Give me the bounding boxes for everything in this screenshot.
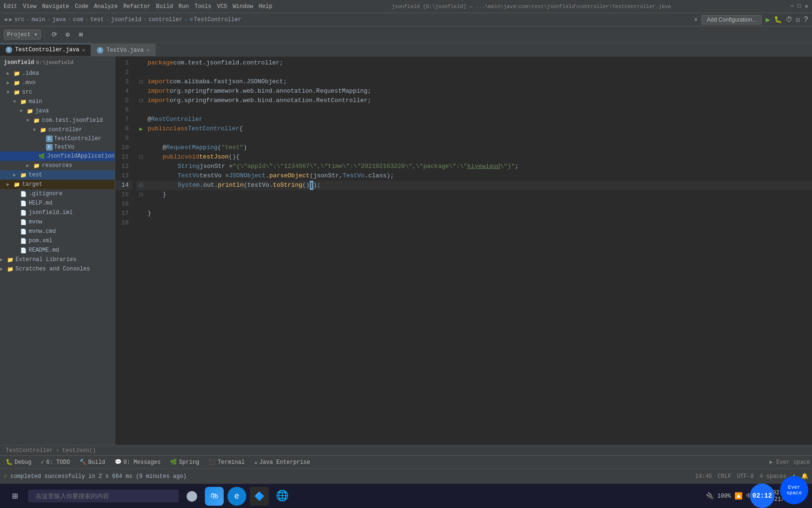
messages-tool-btn[interactable]: 💬 0: Messages [111,457,164,467]
sidebar-item-java[interactable]: ▼ 📁 java [0,106,115,116]
breadcrumb-item-jsonfield[interactable]: jsonfield [111,16,141,23]
menu-view[interactable]: View [23,3,37,10]
tab-testcontroller-close[interactable]: ✕ [82,47,86,53]
debug-icon: 🐛 [6,459,13,466]
menu-tools[interactable]: Tools [195,3,211,10]
add-configuration-button[interactable]: Add Configuration... [702,15,762,24]
breadcrumb-testcontroller[interactable]: TestController [6,447,53,454]
menu-build[interactable]: Build [156,3,173,10]
build-tool-btn[interactable]: 🔨 Build [76,457,109,467]
line-num-13: 13 [115,171,133,181]
layout-icon[interactable]: ⊞ [75,29,86,40]
line-num-9: 9 [115,134,133,143]
clock-circle-button[interactable]: 02:12 [750,484,774,508]
coverage-icon[interactable]: ☑ [796,16,800,24]
menu-code[interactable]: Code [75,3,88,10]
spring-tool-btn[interactable]: 🌿 Spring [166,457,203,467]
breadcrumb-item-controller[interactable]: controller [148,16,182,23]
minimize-button[interactable]: — [790,3,794,10]
java-enterprise-tool-btn[interactable]: ☕ Java Enterprise [250,457,314,467]
project-dropdown[interactable]: Project ▾ [4,30,41,40]
help-icon[interactable]: ? [804,16,808,24]
taskbar-chrome-icon[interactable]: 🌐 [273,487,291,506]
debug-tool-btn[interactable]: 🐛 Debug [2,457,35,467]
profile-icon[interactable]: ⏱ [786,16,792,24]
menu-edit[interactable]: Edit [4,3,17,10]
sidebar-item-label: TestController [54,135,102,142]
maximize-button[interactable]: □ [798,3,801,10]
sidebar-item-mvn[interactable]: ▶ 📁 .mvn [0,78,115,87]
messages-label: 0: Messages [124,459,161,466]
sidebar-item-scratches[interactable]: ▶ 📁 Scratches and Consoles [0,264,115,274]
tab-testcontroller[interactable]: C TestController.java ✕ [0,44,91,56]
menu-analyze[interactable]: Analyze [94,3,117,10]
menu-help[interactable]: Help [259,3,273,10]
ever-space-btn[interactable]: ▶ Ever space [770,459,810,466]
menu-window[interactable]: Window [233,3,253,10]
breadcrumb-item-main[interactable]: main [31,16,45,23]
menu-navigate[interactable]: Navigate [42,3,70,10]
sync-icon[interactable]: ⟳ [49,29,60,40]
sidebar-item-controller[interactable]: ▼ 📁 controller [0,125,115,135]
caret-position[interactable]: 14:45 [695,473,712,480]
breadcrumb-item-java[interactable]: java [52,16,66,23]
tree-arrow: ▶ [7,182,13,187]
breadcrumb-item-testcontroller[interactable]: TestController [194,16,242,23]
menu-refactor[interactable]: Refactor [123,3,150,10]
file-encoding[interactable]: UTF-8 [737,473,754,480]
code-editor[interactable]: 1 2 3 4 5 6 7 8 9 10 11 12 13 14 15 16 1… [115,56,812,445]
breadcrumb-item-com[interactable]: com [73,16,83,23]
sidebar-item-gitignore[interactable]: 📄 .gitignore [0,189,115,198]
sidebar-header: jsonfield D:\jsonfield [0,56,115,69]
sidebar-item-testcontroller[interactable]: C TestController [0,135,115,143]
taskbar-store-icon[interactable]: 🛍 [205,487,224,506]
menu-run[interactable]: Run [179,3,189,10]
debug-icon[interactable]: 🐛 [774,16,782,24]
code-lines[interactable]: package com.test.jsonfield.controller; i… [146,56,812,445]
taskbar-cortana[interactable]: ⬤ [182,487,201,506]
sidebar-item-testvo[interactable]: C TestVo [0,143,115,151]
run-icon[interactable]: ▶ [765,15,770,24]
file-icon: 📄 [20,190,27,198]
sidebar-item-mvnwcmd[interactable]: 📄 mvnw.cmd [0,227,115,236]
start-button[interactable]: ⊞ [6,487,24,506]
tab-testvo-close[interactable]: ✕ [147,47,150,53]
sidebar-item-helpmd[interactable]: 📄 HELP.md [0,198,115,208]
sidebar-item-label: jsonfield.iml [29,209,73,216]
sidebar-item-pomxml[interactable]: 📄 pom.xml [0,236,115,246]
taskbar-search-input[interactable] [28,490,179,502]
nav-right: ⚡ Add Configuration... ▶ 🐛 ⏱ ☑ ? [694,15,808,24]
close-button[interactable]: ✕ [805,3,808,10]
sidebar-item-application[interactable]: 🌿 JsonfieldApplication [0,151,115,161]
sidebar-item-ext-libs[interactable]: ▶ 📁 External Libraries [0,255,115,264]
breadcrumb-method[interactable]: testJson() [62,447,96,454]
sidebar-item-resources[interactable]: ▶ 📁 resources [0,161,115,170]
breadcrumb-item-test[interactable]: test [90,16,104,23]
terminal-tool-btn[interactable]: ⬛ Terminal [205,457,249,467]
sidebar-item-mvnw[interactable]: 📄 mvnw [0,217,115,227]
sidebar-item-test[interactable]: ▶ 📁 test [0,170,115,180]
nav-action-icon[interactable]: ⚡ [694,16,698,24]
ever-space-icon[interactable]: Ever space [780,476,808,504]
sidebar-item-main[interactable]: ▼ 📁 main [0,97,115,106]
sidebar-item-com[interactable]: ▼ 📁 com.test.jsonfield [0,116,115,125]
breadcrumb-item-src[interactable]: src [14,16,24,23]
tab-testvo[interactable]: C TestVo.java ✕ [91,44,156,56]
taskbar-edge-icon[interactable]: e [227,487,246,506]
todo-tool-btn[interactable]: ✓ 6: TODO [37,457,74,467]
taskbar-intellij-icon[interactable]: 🔷 [250,487,269,506]
indent-spaces[interactable]: 4 spaces [759,473,787,480]
menu-vcs[interactable]: VCS [217,3,227,10]
breadcrumb-item-class[interactable]: ⊙ [189,16,193,23]
sidebar-item-src[interactable]: ▼ 📁 src [0,87,115,97]
toolbar: Project ▾ ⟳ ⚙ ⊞ [0,26,812,43]
line-separator[interactable]: CRLF [718,473,731,480]
sidebar-item-target[interactable]: ▶ 📁 target [0,180,115,189]
settings-icon[interactable]: ⚙ [62,29,73,40]
window-controls[interactable]: — □ ✕ [790,3,808,10]
sidebar-item-jsonfieldiml[interactable]: 📄 jsonfield.iml [0,208,115,217]
sidebar-item-readmemd[interactable]: 📄 README.md [0,246,115,255]
menu-bar[interactable]: Edit View Navigate Code Analyze Refactor… [4,3,272,10]
notification-tray[interactable]: 🔼 [734,492,742,500]
sidebar-item-idea[interactable]: ▶ 📁 .idea [0,69,115,78]
